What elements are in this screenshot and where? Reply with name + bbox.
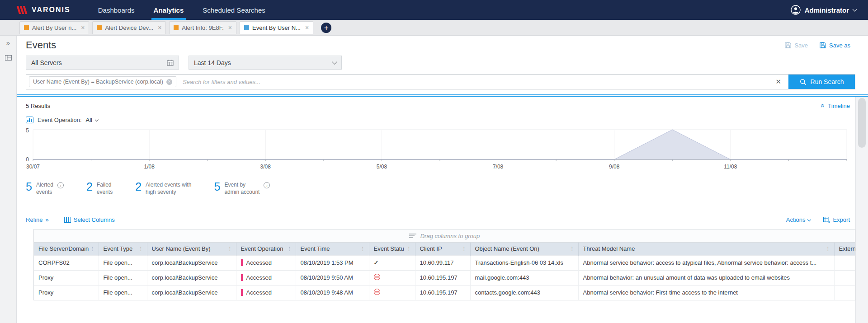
svg-text:3/08: 3/08 (260, 164, 271, 170)
svg-text:11/08: 11/08 (724, 164, 737, 170)
export-button[interactable]: Export (823, 216, 850, 223)
run-search-button[interactable]: Run Search (788, 75, 855, 89)
tab-alert-info[interactable]: Alert Info: 9E8F. × (169, 21, 236, 34)
calendar-icon (167, 60, 174, 66)
svg-text:5/08: 5/08 (377, 164, 387, 170)
status-blocked-icon (374, 274, 380, 280)
timeline-toggle[interactable]: « Timeline (821, 102, 850, 109)
column-menu-icon[interactable]: ⋮ (570, 246, 575, 252)
clear-search-icon[interactable]: ✕ (775, 78, 781, 86)
event-tab-icon (244, 25, 249, 30)
group-icon (409, 233, 416, 239)
double-chevron-right-icon: » (46, 216, 49, 223)
tab-event-by-user[interactable]: Event By User N... × (240, 21, 313, 34)
close-icon[interactable]: × (305, 24, 309, 31)
column-header[interactable]: Client IP⋮ (415, 243, 470, 255)
double-chevron-up-icon: « (820, 104, 827, 108)
column-header[interactable]: Event Type⋮ (99, 243, 147, 255)
tab-label: Alert Device Dev... (105, 24, 153, 31)
column-header[interactable]: Event Statu⋮ (369, 243, 415, 255)
column-menu-icon[interactable]: ⋮ (287, 246, 292, 252)
panels-icon[interactable] (5, 55, 12, 61)
save-icon (785, 42, 791, 48)
table-row[interactable]: Proxy File open... corp.local\BackupServ… (34, 285, 856, 300)
main-panel: Events Save Save as (17, 36, 868, 323)
filter-row: All Servers Last 14 Days (17, 51, 868, 70)
content-area: » Events Save (0, 36, 868, 323)
svg-text:9/08: 9/08 (609, 164, 620, 170)
user-name: Administrator (805, 6, 849, 14)
svg-text:1/08: 1/08 (144, 164, 155, 170)
remove-filter-icon[interactable]: × (166, 79, 172, 85)
top-navbar: VARONIS Dashboards Analytics Scheduled S… (0, 0, 868, 20)
server-filter-select[interactable]: All Servers (26, 56, 179, 70)
actions-dropdown[interactable]: Actions (786, 216, 811, 223)
column-header[interactable]: Extern (834, 243, 856, 255)
column-menu-icon[interactable]: ⋮ (406, 246, 412, 252)
column-menu-icon[interactable]: ⋮ (227, 246, 233, 252)
expand-sidebar-icon[interactable]: » (6, 39, 10, 46)
scrollbar-thumb[interactable] (858, 98, 866, 148)
column-menu-icon[interactable]: ⋮ (138, 246, 144, 252)
svg-text:0: 0 (26, 156, 29, 163)
column-header[interactable]: Event Operation⋮ (236, 243, 296, 255)
column-header[interactable]: Object Name (Event On)⋮ (470, 243, 578, 255)
tab-label: Alert By User n... (32, 24, 76, 31)
column-header[interactable]: File Server/Domain⋮ (34, 243, 99, 255)
close-icon[interactable]: × (81, 24, 85, 31)
column-menu-icon[interactable]: ⋮ (360, 246, 366, 252)
table-toolbar: Refine » Select Columns Actions (26, 216, 850, 223)
tab-alert-by-user[interactable]: Alert By User n... × (19, 21, 89, 34)
vertical-scrollbar[interactable] (855, 97, 868, 323)
search-input[interactable] (183, 79, 768, 85)
tab-bar: Alert By User n... × Alert Device Dev...… (0, 20, 868, 36)
close-icon[interactable]: × (158, 24, 161, 31)
column-header[interactable]: Event Time⋮ (296, 243, 369, 255)
nav-scheduled-searches[interactable]: Scheduled Searches (193, 0, 274, 20)
stat-admin-account: 5 Event by admin account i (214, 181, 270, 196)
chevron-down-icon (807, 217, 811, 221)
brand-name: VARONIS (32, 6, 71, 14)
save-as-icon (820, 42, 826, 48)
event-operation-select[interactable]: All (86, 117, 98, 123)
tab-label: Alert Info: 9E8F. (182, 24, 224, 31)
info-icon[interactable]: i (57, 182, 64, 188)
chevron-down-icon (332, 59, 337, 64)
operation-severity-bar (241, 259, 243, 266)
column-menu-icon[interactable]: ⋮ (462, 246, 467, 252)
results-table: Drag columns to group File Server/Domain… (33, 229, 855, 300)
stats-row: 5 Alerted events i 2 Failed events (26, 181, 855, 196)
table-header-row: File Server/Domain⋮ Event Type⋮ User Nam… (34, 243, 856, 255)
column-menu-icon[interactable]: ⋮ (90, 246, 95, 252)
column-header[interactable]: Threat Model Name⋮ (578, 243, 834, 255)
user-menu[interactable]: Administrator (791, 5, 856, 15)
nav-dashboards[interactable]: Dashboards (89, 0, 144, 20)
time-range-select[interactable]: Last 14 Days (189, 56, 342, 70)
table-row[interactable]: CORPFS02 File open... corp.local\BackupS… (34, 255, 856, 270)
group-by-bar[interactable]: Drag columns to group (34, 229, 855, 243)
page-title: Events (26, 39, 56, 51)
column-header[interactable]: User Name (Event By)⋮ (147, 243, 236, 255)
column-menu-icon[interactable]: ⋮ (826, 246, 831, 252)
close-icon[interactable]: × (228, 24, 232, 31)
main-nav: Dashboards Analytics Scheduled Searches (89, 0, 275, 20)
save-as-button[interactable]: Save as (820, 42, 850, 49)
table-row[interactable]: Proxy File open... corp.local\BackupServ… (34, 270, 856, 285)
refine-link[interactable]: Refine » (26, 216, 49, 223)
tab-alert-device[interactable]: Alert Device Dev... × (92, 21, 166, 34)
chevron-down-icon (853, 7, 857, 11)
operation-severity-bar (241, 289, 243, 296)
nav-analytics[interactable]: Analytics (144, 0, 193, 20)
filter-chip[interactable]: User Name (Event By) = BackupService (co… (29, 76, 176, 87)
alert-tab-icon (174, 25, 179, 30)
event-operation-row: Event Operation: All (26, 117, 855, 123)
select-columns-button[interactable]: Select Columns (64, 216, 115, 223)
save-button[interactable]: Save (785, 42, 808, 49)
left-sidebar: » (0, 36, 17, 323)
svg-text:7/08: 7/08 (493, 164, 504, 170)
bar-chart-icon (26, 117, 33, 123)
info-icon[interactable]: i (264, 182, 270, 188)
new-tab-button[interactable]: + (321, 23, 331, 33)
search-icon (800, 79, 807, 85)
columns-icon (64, 217, 71, 223)
